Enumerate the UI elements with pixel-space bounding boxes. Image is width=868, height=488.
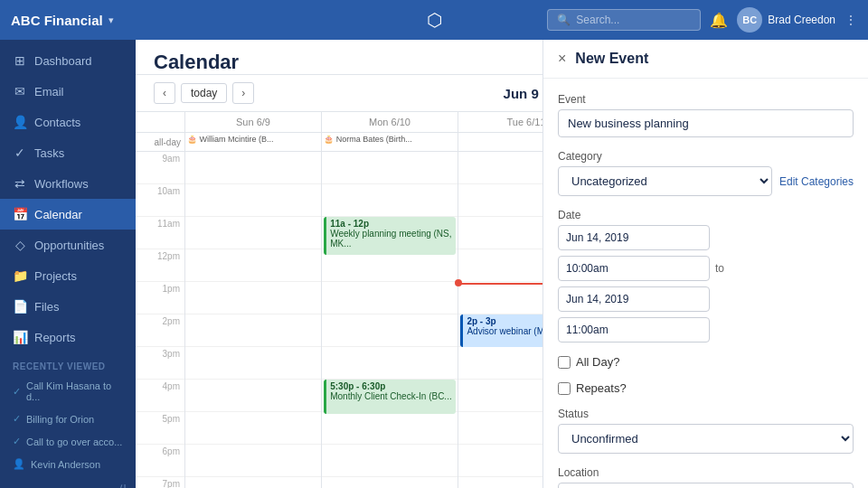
sidebar-item-label: Tasks <box>34 146 64 160</box>
search-input[interactable] <box>576 14 693 26</box>
search-bar[interactable]: 🔍 <box>547 9 701 31</box>
workflows-icon: ⇄ <box>13 176 27 191</box>
edit-categories-link[interactable]: Edit Categories <box>779 175 854 188</box>
recent-item-label: Call Kim Hasana to d... <box>26 380 123 402</box>
day-header-mon: Mon 6/10 <box>322 112 458 132</box>
sidebar-item-label: Email <box>34 85 64 99</box>
start-date-input[interactable] <box>558 225 710 250</box>
recent-person-icon: 👤 <box>13 458 25 470</box>
recent-check-icon: ✓ <box>13 436 21 447</box>
location-input[interactable] <box>558 483 854 488</box>
top-navigation: ABC Financial ▾ ⬡ 🔍 🔔 BC Brad Creedon ⋮ <box>0 0 868 40</box>
corner-cell <box>136 112 185 132</box>
bell-icon[interactable]: 🔔 <box>710 12 728 29</box>
files-icon: 📄 <box>13 299 27 314</box>
sidebar-item-label: Dashboard <box>34 54 92 68</box>
repeats-checkbox[interactable] <box>558 382 571 395</box>
time-6pm: 6pm <box>136 445 184 477</box>
event-input[interactable] <box>558 109 854 137</box>
event-field: Event <box>558 93 854 137</box>
time-2pm: 2pm <box>136 314 184 347</box>
col-mon[interactable]: 11a - 12p Weekly planning meeting (NS, M… <box>322 152 458 488</box>
dashboard-icon: ⊞ <box>13 53 27 68</box>
avatar: BC <box>737 7 762 33</box>
time-4pm: 4pm <box>136 380 184 412</box>
sidebar-item-opportunities[interactable]: ◇ Opportunities <box>0 230 136 260</box>
next-button[interactable]: › <box>232 82 254 104</box>
sidebar-item-workflows[interactable]: ⇄ Workflows <box>0 168 136 199</box>
date-label: Date <box>558 209 854 221</box>
avatar-area[interactable]: BC Brad Creedon <box>737 7 835 33</box>
content-area: Calendar ‹ today › Jun 9 – 15, 2019 Sun … <box>136 40 868 488</box>
recent-item-label: Kevin Anderson <box>31 459 100 470</box>
time-1pm: 1pm <box>136 282 184 314</box>
new-event-panel: × New Event Event Category Uncategorized… <box>542 40 868 488</box>
start-time-input[interactable] <box>558 256 710 281</box>
recent-item-label: Call to go over acco... <box>26 436 122 447</box>
sidebar-item-files[interactable]: 📄 Files <box>0 291 136 322</box>
recently-viewed-label: RECENTLY VIEWED <box>0 352 136 375</box>
close-button[interactable]: × <box>558 51 566 67</box>
brand-dropdown[interactable]: ▾ <box>108 14 114 26</box>
time-labels: 9am 10am 11am 12pm 1pm 2pm 3pm 4pm 5pm 6… <box>136 152 185 488</box>
time-3pm: 3pm <box>136 347 184 380</box>
allday-label: all-day <box>136 133 185 151</box>
sidebar-item-label: Projects <box>34 269 77 283</box>
today-button[interactable]: today <box>181 83 227 103</box>
allday-cell-sun: 🎂 William Mcintire (B... <box>185 133 322 151</box>
reports-icon: 📊 <box>13 330 27 344</box>
end-time-input[interactable] <box>558 317 710 343</box>
avatar-name: Brad Creedon <box>768 14 835 26</box>
sidebar-item-projects[interactable]: 📁 Projects <box>0 260 136 291</box>
time-9am: 9am <box>136 152 184 184</box>
nav-right: 🔍 🔔 BC Brad Creedon ⋮ <box>547 7 857 33</box>
date-field: Date to <box>558 209 854 343</box>
repeats-row: Repeats? <box>558 381 854 395</box>
more-options-icon[interactable]: ⋮ <box>844 13 857 27</box>
calendar-icon: 📅 <box>13 207 27 221</box>
sidebar-item-label: Contacts <box>34 116 80 129</box>
category-field: Category Uncategorized Work Personal Oth… <box>558 150 854 196</box>
status-label: Status <box>558 408 854 420</box>
event-weekly-planning[interactable]: 11a - 12p Weekly planning meeting (NS, M… <box>324 217 456 255</box>
date-row: to <box>558 225 854 343</box>
recent-item-0[interactable]: ✓ Call Kim Hasana to d... <box>0 375 136 408</box>
col-sun[interactable] <box>185 152 322 488</box>
sidebar-item-calendar[interactable]: 📅 Calendar <box>0 199 136 230</box>
recent-item-2[interactable]: ✓ Call to go over acco... <box>0 430 136 453</box>
panel-header: × New Event <box>543 40 868 79</box>
category-label: Category <box>558 150 854 163</box>
status-field: Status Unconfirmed Confirmed Tentative <box>558 408 854 454</box>
recent-item-1[interactable]: ✓ Billing for Orion <box>0 408 136 430</box>
sidebar-item-reports[interactable]: 📊 Reports <box>0 322 136 352</box>
collapse-icon[interactable]: ⟨| <box>118 483 127 488</box>
panel-body: Event Category Uncategorized Work Person… <box>543 79 868 488</box>
sidebar-collapse[interactable]: ⟨| <box>0 475 136 488</box>
recent-item-label: Billing for Orion <box>26 414 94 425</box>
panel-title: New Event <box>575 51 648 67</box>
time-10am: 10am <box>136 184 184 217</box>
allday-checkbox[interactable] <box>558 356 571 369</box>
tasks-icon: ✓ <box>13 145 27 160</box>
time-12pm: 12pm <box>136 249 184 282</box>
sidebar-item-email[interactable]: ✉ Email <box>0 76 136 107</box>
time-5pm: 5pm <box>136 412 184 445</box>
sidebar-item-contacts[interactable]: 👤 Contacts <box>0 107 136 137</box>
end-date-input[interactable] <box>558 286 710 312</box>
event-label: Event <box>558 93 854 106</box>
search-icon: 🔍 <box>557 14 571 26</box>
prev-button[interactable]: ‹ <box>154 82 175 104</box>
location-label: Location <box>558 466 854 479</box>
sidebar-item-dashboard[interactable]: ⊞ Dashboard <box>0 45 136 76</box>
recent-item-3[interactable]: 👤 Kevin Anderson <box>0 453 136 475</box>
status-select[interactable]: Unconfirmed Confirmed Tentative <box>558 424 854 454</box>
event-monthly-client[interactable]: 5:30p - 6:30p Monthly Client Check-In (B… <box>324 380 456 414</box>
opportunities-icon: ◇ <box>13 238 27 252</box>
main-layout: ⊞ Dashboard ✉ Email 👤 Contacts ✓ Tasks ⇄… <box>0 40 868 488</box>
sidebar-item-label: Files <box>34 300 59 314</box>
projects-icon: 📁 <box>13 268 27 283</box>
sidebar: ⊞ Dashboard ✉ Email 👤 Contacts ✓ Tasks ⇄… <box>0 40 136 488</box>
contacts-icon: 👤 <box>13 115 27 129</box>
category-select[interactable]: Uncategorized Work Personal Other <box>558 166 772 196</box>
sidebar-item-tasks[interactable]: ✓ Tasks <box>0 137 136 168</box>
